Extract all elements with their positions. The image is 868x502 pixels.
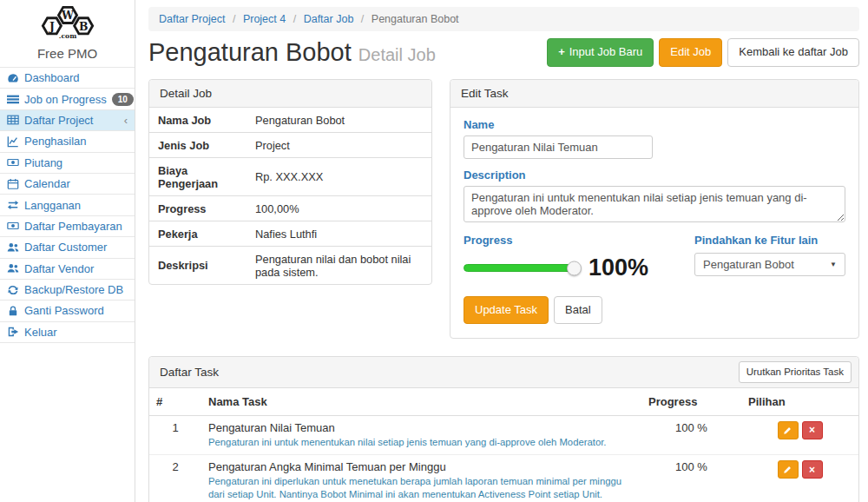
edit-task-action-button[interactable] bbox=[778, 421, 799, 439]
sidebar-item-penghasilan[interactable]: Penghasilan bbox=[0, 131, 135, 152]
batal-button[interactable]: Batal bbox=[554, 296, 602, 324]
sidebar-item-daftar-pembayaran[interactable]: Daftar Pembayaran bbox=[0, 216, 135, 237]
chevron-left-icon: ‹ bbox=[124, 115, 128, 126]
x-icon: × bbox=[809, 465, 815, 475]
exchange-icon bbox=[7, 199, 19, 211]
sidebar-item-label: Penghasilan bbox=[24, 135, 87, 148]
detail-value: 100,00% bbox=[247, 196, 431, 221]
progress-slider-handle[interactable] bbox=[567, 261, 582, 275]
sidebar-item-keluar[interactable]: Keluar bbox=[0, 322, 135, 343]
logo-letter-w: W bbox=[61, 9, 75, 22]
breadcrumb-link-daftar-project[interactable]: Daftar Project bbox=[159, 13, 225, 25]
detail-value: Rp. XXX.XXX bbox=[247, 158, 431, 196]
delete-task-action-button[interactable]: × bbox=[802, 421, 823, 439]
detail-value: Pengaturan Bobot bbox=[247, 108, 431, 133]
edit-job-button[interactable]: Edit Job bbox=[659, 38, 722, 66]
job-count-badge: 10 bbox=[112, 93, 134, 106]
name-label: Name bbox=[464, 118, 845, 131]
sidebar-item-label: Job on Progress bbox=[24, 93, 107, 106]
sidebar-item-dashboard[interactable]: Dashboard bbox=[0, 68, 135, 89]
task-description-textarea[interactable]: Pengaturan ini untuk menentukan nilai se… bbox=[464, 186, 845, 222]
brand-logo[interactable]: W J B .com Free PMO bbox=[0, 0, 135, 67]
column-header-progress: Progress bbox=[641, 388, 741, 416]
pindahkan-label: Pindahkan ke Fitur lain bbox=[694, 234, 845, 247]
sidebar-item-label: Piutang bbox=[24, 156, 62, 169]
daftar-task-panel: Daftar Task Urutkan Prioritas Task # Nam… bbox=[148, 356, 859, 502]
users-icon bbox=[7, 241, 19, 254]
sidebar-item-piutang[interactable]: Piutang bbox=[0, 153, 135, 174]
sidebar-item-label: Daftar Project bbox=[24, 114, 93, 127]
task-table-header-row: # Nama Task Progress Pilihan bbox=[149, 388, 858, 416]
sidebar-item-backup-restore-db[interactable]: Backup/Restore DB bbox=[0, 280, 135, 301]
table-icon bbox=[7, 114, 19, 126]
table-row: 2 Pengaturan Angka Minimal Temuan per Mi… bbox=[149, 455, 858, 502]
detail-row-pekerja: Pekerja Nafies Luthfi bbox=[149, 221, 431, 247]
page-subtitle: Detail Job bbox=[358, 45, 436, 64]
sidebar-item-job-on-progress[interactable]: Job on Progress 10 bbox=[0, 89, 135, 109]
column-header-num: # bbox=[149, 388, 201, 416]
detail-label: Biaya Pengerjaan bbox=[149, 158, 247, 196]
dashboard-icon bbox=[7, 72, 19, 84]
sidebar-item-label: Backup/Restore DB bbox=[24, 283, 123, 296]
task-num: 1 bbox=[149, 415, 201, 454]
refresh-icon bbox=[7, 284, 19, 296]
sidebar-item-daftar-project[interactable]: Daftar Project ‹ bbox=[0, 110, 135, 131]
edit-task-action-button[interactable] bbox=[778, 460, 799, 479]
breadcrumb-link-project-4[interactable]: Project 4 bbox=[243, 13, 286, 25]
column-header-nama-task: Nama Task bbox=[201, 388, 641, 416]
delete-task-action-button[interactable]: × bbox=[802, 460, 823, 479]
logo-letter-j: J bbox=[48, 20, 54, 33]
sidebar-item-daftar-vendor[interactable]: Daftar Vendor bbox=[0, 259, 135, 280]
pindahkan-select[interactable]: Pengaturan Bobot ▼ bbox=[694, 253, 845, 276]
urutkan-prioritas-task-button-top[interactable]: Urutkan Prioritas Task bbox=[739, 361, 852, 382]
daftar-task-panel-title: Daftar Task bbox=[160, 366, 219, 379]
description-label: Description bbox=[464, 168, 845, 182]
detail-label: Deskripsi bbox=[149, 247, 247, 285]
detail-row-deskripsi: Deskripsi Pengaturan nilai dan bobot nil… bbox=[149, 247, 431, 285]
sidebar-item-label: Daftar Vendor bbox=[24, 262, 94, 275]
sidebar-item-calendar[interactable]: Calendar bbox=[0, 174, 135, 195]
brand-name: Free PMO bbox=[0, 46, 135, 61]
money-icon bbox=[7, 156, 19, 168]
sidebar-item-daftar-customer[interactable]: Daftar Customer bbox=[0, 237, 135, 258]
detail-value: Nafies Luthfi bbox=[247, 221, 431, 247]
sidebar-item-label: Dashboard bbox=[24, 71, 80, 84]
column-header-pilihan: Pilihan bbox=[741, 388, 858, 416]
input-job-baru-button[interactable]: +Input Job Baru bbox=[547, 38, 654, 66]
detail-job-panel-title: Detail Job bbox=[149, 80, 431, 108]
sidebar-menu: Dashboard Job on Progress 10 Daftar Proj… bbox=[0, 67, 135, 343]
task-description: Pengaturan ini untuk menentukan nilai se… bbox=[208, 436, 635, 449]
sidebar-item-label: Daftar Pembayaran bbox=[24, 220, 122, 233]
sidebar-item-ganti-password[interactable]: Ganti Password bbox=[0, 301, 135, 321]
breadcrumb-current: Pengaturan Bobot bbox=[372, 13, 459, 25]
task-name: Pengaturan Angka Minimal Temuan per Ming… bbox=[208, 460, 635, 473]
main-content: Daftar Project / Project 4 / Daftar Job … bbox=[135, 0, 868, 502]
money-icon bbox=[7, 220, 19, 232]
sidebar-item-label: Calendar bbox=[24, 177, 70, 190]
sidebar-item-langganan[interactable]: Langganan bbox=[0, 195, 135, 215]
sidebar-item-label: Langganan bbox=[24, 199, 81, 212]
list-icon bbox=[7, 93, 19, 105]
input-job-baru-label: Input Job Baru bbox=[569, 44, 643, 60]
calendar-icon bbox=[7, 178, 19, 190]
update-task-button[interactable]: Update Task bbox=[464, 296, 549, 324]
task-progress: 100 % bbox=[641, 415, 741, 454]
header-actions: +Input Job Baru Edit Job Kembali ke daft… bbox=[547, 38, 859, 66]
breadcrumb-link-daftar-job[interactable]: Daftar Job bbox=[304, 13, 354, 25]
task-name-input[interactable] bbox=[464, 135, 653, 159]
breadcrumb-separator: / bbox=[233, 13, 235, 25]
task-name: Pengaturan Nilai Temuan bbox=[208, 421, 635, 434]
detail-row-biaya-pengerjaan: Biaya Pengerjaan Rp. XXX.XXX bbox=[149, 158, 431, 196]
edit-task-panel-title: Edit Task bbox=[450, 80, 858, 108]
detail-label: Nama Job bbox=[149, 108, 247, 133]
sidebar-item-label: Daftar Customer bbox=[24, 241, 107, 254]
caret-down-icon: ▼ bbox=[830, 261, 837, 268]
detail-label: Progress bbox=[149, 196, 247, 221]
x-icon: × bbox=[809, 425, 815, 435]
detail-row-jenis-job: Jenis Job Project bbox=[149, 133, 431, 158]
page-header: Pengaturan BobotDetail Job +Input Job Ba… bbox=[148, 38, 859, 67]
progress-slider[interactable] bbox=[464, 264, 575, 272]
kembali-ke-daftar-job-button[interactable]: Kembali ke daftar Job bbox=[727, 38, 859, 66]
progress-value: 100% bbox=[589, 254, 648, 281]
detail-row-progress: Progress 100,00% bbox=[149, 196, 431, 221]
